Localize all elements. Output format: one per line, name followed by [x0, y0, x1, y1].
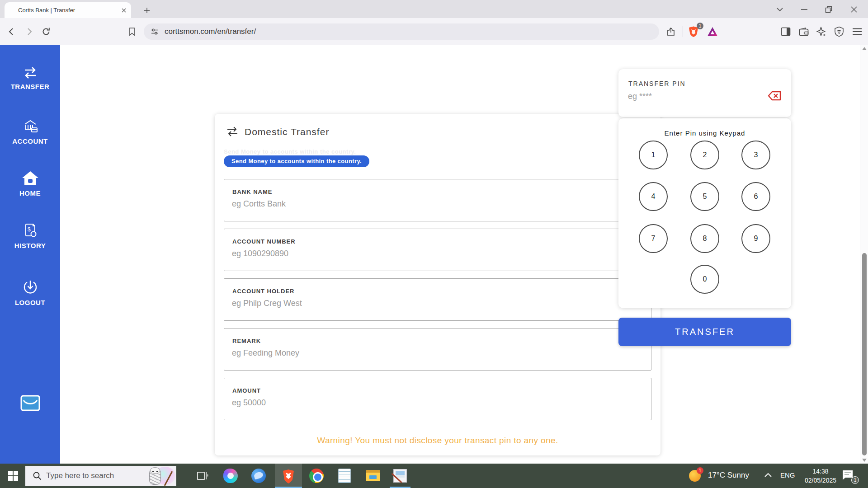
weather-badge: 1: [697, 467, 703, 474]
history-icon: $: [0, 222, 60, 239]
share-icon[interactable]: [664, 24, 678, 39]
scroll-up-arrow[interactable]: [862, 47, 867, 50]
task-view-icon[interactable]: [193, 468, 212, 483]
keypad-key-9[interactable]: 9: [741, 224, 770, 253]
scrollbar-thumb[interactable]: [862, 253, 867, 455]
sidebar-panel-icon[interactable]: [778, 24, 793, 39]
windows-taskbar: Type here to search: [0, 464, 868, 488]
window-maximize-button[interactable]: [818, 3, 839, 16]
tab-title: Cortts Bank | Transfer: [18, 7, 121, 14]
site-settings-icon[interactable]: [150, 28, 159, 36]
bank-account-icon: [0, 119, 60, 134]
leo-ai-icon[interactable]: [814, 24, 828, 39]
keypad-key-0[interactable]: 0: [690, 265, 719, 294]
thunderbird-icon[interactable]: [249, 468, 269, 483]
notification-badge: 1: [851, 476, 859, 484]
start-button[interactable]: [5, 469, 21, 483]
menu-icon[interactable]: [850, 24, 864, 39]
account-holder-input[interactable]: [232, 299, 639, 308]
language-indicator[interactable]: ENG: [780, 471, 795, 479]
amount-input[interactable]: [232, 398, 639, 408]
notification-center-icon[interactable]: 1: [842, 469, 857, 483]
domestic-transfer-card: Domestic Transfer Send Money to accounts…: [215, 114, 660, 455]
logout-icon: [0, 279, 60, 296]
back-button[interactable]: [5, 24, 19, 39]
keypad-key-2[interactable]: 2: [690, 141, 719, 169]
vpn-shield-icon[interactable]: [832, 24, 846, 39]
clock[interactable]: 14:38 02/05/2025: [805, 467, 836, 485]
brave-browser-icon[interactable]: [278, 468, 298, 483]
sidebar-label: ACCOUNT: [0, 137, 60, 145]
sidebar-item-transfer[interactable]: TRANSFER: [0, 66, 60, 90]
keypad-key-6[interactable]: 6: [741, 182, 770, 211]
brave-rewards-icon[interactable]: [705, 24, 720, 39]
window-close-button[interactable]: [844, 3, 864, 16]
scroll-down-arrow[interactable]: [862, 459, 867, 462]
account-number-input[interactable]: [232, 249, 639, 258]
home-icon: [0, 170, 60, 186]
sidebar-label: HISTORY: [0, 242, 60, 249]
account-number-field: ACCOUNT NUMBER: [224, 229, 651, 271]
notepad-icon[interactable]: [335, 468, 354, 483]
taskbar-search[interactable]: Type here to search: [25, 466, 176, 486]
forward-button[interactable]: [22, 24, 36, 39]
remark-input[interactable]: [232, 348, 639, 358]
search-icon: [33, 471, 42, 480]
url-text: corttsmon.com/en/transfer/: [165, 27, 256, 36]
remark-field: REMARK: [224, 328, 651, 371]
reload-button[interactable]: [39, 24, 53, 39]
copilot-icon[interactable]: [221, 468, 241, 483]
brave-shields-icon[interactable]: 1: [686, 24, 701, 39]
transfer-submit-button[interactable]: TRANSFER: [618, 318, 791, 346]
app-sidebar: TRANSFER ACCOUNT HOME $ HISTORY LOGOUT: [0, 45, 60, 464]
weather-icon[interactable]: 1: [689, 469, 702, 482]
sidebar-item-logout[interactable]: LOGOUT: [0, 279, 60, 306]
keypad-key-4[interactable]: 4: [639, 182, 668, 211]
search-highlight-owl[interactable]: [137, 466, 176, 486]
field-label: ACCOUNT NUMBER: [232, 238, 296, 245]
account-holder-field: ACCOUNT HOLDER: [224, 278, 651, 321]
bookmark-icon[interactable]: [125, 24, 139, 39]
tab-strip: Cortts Bank | Transfer: [0, 0, 868, 18]
sidebar-item-account[interactable]: ACCOUNT: [0, 119, 60, 145]
keypad-key-7[interactable]: 7: [639, 224, 668, 253]
weather-text[interactable]: 17°C Sunny: [708, 471, 749, 480]
field-label: AMOUNT: [232, 387, 261, 394]
transfer-pin-label: TRANSFER PIN: [628, 80, 686, 87]
field-label: REMARK: [232, 338, 261, 344]
transfer-icon: [0, 66, 60, 80]
browser-window: Cortts Bank | Transfer: [0, 0, 868, 488]
svg-text:$: $: [28, 226, 31, 233]
mail-widget[interactable]: [0, 393, 60, 413]
keypad-key-1[interactable]: 1: [639, 141, 668, 169]
sidebar-item-home[interactable]: HOME: [0, 170, 60, 197]
backspace-icon[interactable]: [768, 91, 781, 101]
new-tab-button[interactable]: [141, 5, 153, 16]
chrome-icon[interactable]: [307, 468, 326, 483]
bank-name-input[interactable]: [232, 199, 639, 209]
sidebar-item-history[interactable]: $ HISTORY: [0, 222, 60, 249]
mail-icon: [0, 393, 60, 413]
keypad-key-8[interactable]: 8: [690, 224, 719, 253]
tab-close-icon[interactable]: [121, 8, 127, 13]
page-scrollbar[interactable]: [860, 45, 868, 464]
field-label: BANK NAME: [232, 188, 272, 195]
transfer-pin-card: TRANSFER PIN: [618, 69, 791, 117]
keypad-key-3[interactable]: 3: [741, 141, 770, 169]
address-bar[interactable]: corttsmon.com/en/transfer/: [144, 23, 659, 40]
window-minimize-button[interactable]: [794, 3, 815, 16]
keypad-key-5[interactable]: 5: [690, 182, 719, 211]
transfer-pin-input[interactable]: [628, 92, 755, 101]
search-placeholder: Type here to search: [46, 471, 137, 480]
page-title: Domestic Transfer: [245, 127, 329, 137]
wallet-icon[interactable]: [797, 24, 811, 39]
tray-chevron-up-icon[interactable]: [764, 473, 772, 478]
file-explorer-icon[interactable]: [363, 468, 383, 483]
tab-search-chevron-icon[interactable]: [769, 3, 790, 16]
clock-time: 14:38: [805, 467, 836, 476]
amount-field: AMOUNT: [224, 378, 651, 420]
browser-tab[interactable]: Cortts Bank | Transfer: [5, 2, 131, 18]
swap-arrows-icon: [226, 126, 239, 137]
paint-icon[interactable]: [390, 468, 410, 483]
sidebar-label: LOGOUT: [0, 299, 60, 306]
